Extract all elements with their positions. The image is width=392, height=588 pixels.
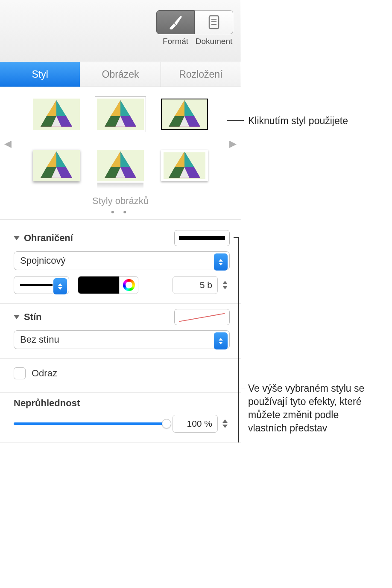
- style-thumb[interactable]: [95, 97, 146, 131]
- border-section: Ohraničení Spojnicový: [0, 220, 241, 304]
- style-thumb[interactable]: [31, 148, 82, 183]
- border-line-type-value: Spojnicový: [20, 255, 65, 266]
- disclosure-triangle-icon: [14, 236, 20, 240]
- stepper-down-icon: [222, 286, 228, 289]
- border-stroke-style-popup[interactable]: [14, 276, 69, 294]
- style-thumb[interactable]: [95, 148, 146, 183]
- shadow-swatch[interactable]: [174, 309, 230, 325]
- inspector-tabs: Styl Obrázek Rozložení: [0, 62, 241, 87]
- gallery-page-dots[interactable]: ● ●: [3, 208, 237, 215]
- border-color-well[interactable]: [78, 276, 138, 294]
- stroke-style-preview: [20, 284, 53, 286]
- format-tab-label: Formát: [156, 37, 195, 46]
- reflection-checkbox[interactable]: [14, 367, 26, 379]
- window-toolbar: Formát Dokument: [0, 0, 241, 62]
- document-tab-label: Dokument: [195, 37, 233, 46]
- callout-apply-style: Kliknutím styl použijete: [248, 114, 385, 128]
- image-styles-gallery: ◀ ▶ Styly obrázků ●: [0, 87, 241, 220]
- color-wheel-icon: [123, 279, 135, 291]
- callout-effects-note: Ve výše vybraném stylu se používají tyto…: [248, 382, 376, 435]
- stepper-up-icon: [222, 281, 228, 284]
- style-thumb[interactable]: [159, 97, 210, 131]
- shadow-type-value: Bez stínu: [20, 334, 59, 345]
- annotation-area: Kliknutím styl použijete Ve výše vybrané…: [241, 0, 392, 435]
- tab-style[interactable]: Styl: [0, 62, 80, 87]
- opacity-input[interactable]: 100 %: [173, 415, 218, 433]
- reflection-label: Odraz: [32, 368, 57, 379]
- color-picker-button[interactable]: [119, 277, 138, 294]
- popup-arrows-icon: [53, 278, 67, 294]
- border-style-swatch[interactable]: [174, 230, 230, 246]
- popup-arrows-icon: [214, 332, 228, 349]
- stepper-up-icon: [222, 419, 228, 423]
- reflection-section: Odraz: [0, 359, 241, 393]
- opacity-stepper[interactable]: [220, 415, 230, 433]
- slider-knob: [162, 419, 171, 428]
- tab-image[interactable]: Obrázek: [80, 62, 161, 87]
- border-width-field: 5 b: [173, 276, 230, 294]
- disclosure-triangle-icon: [14, 315, 20, 319]
- border-title: Ohraničení: [24, 233, 73, 244]
- opacity-slider[interactable]: [14, 419, 167, 428]
- border-line-type-popup[interactable]: Spojnicový: [14, 251, 230, 270]
- opacity-label: Neprůhlednost: [14, 398, 230, 409]
- gallery-prev-button[interactable]: ◀: [4, 138, 12, 149]
- document-icon: [208, 15, 220, 29]
- popup-arrows-icon: [214, 253, 228, 271]
- opacity-field: 100 %: [173, 415, 230, 433]
- gallery-next-button[interactable]: ▶: [229, 138, 237, 149]
- shadow-title: Stín: [24, 311, 42, 323]
- opacity-section: Neprůhlednost 100 %: [0, 393, 241, 442]
- shadow-type-popup[interactable]: Bez stínu: [14, 330, 230, 349]
- border-disclosure[interactable]: Ohraničení: [14, 233, 73, 244]
- format-inspector-panel: Formát Dokument Styl Obrázek Rozložení ◀…: [0, 0, 241, 442]
- paintbrush-icon: [167, 15, 184, 29]
- border-line-preview: [179, 236, 225, 240]
- border-width-stepper[interactable]: [220, 276, 230, 294]
- style-thumb[interactable]: [159, 148, 210, 183]
- shadow-section: Stín Bez stínu: [0, 304, 241, 359]
- color-swatch: [78, 277, 119, 294]
- none-swatch-icon: [179, 312, 225, 322]
- format-tab-button[interactable]: [156, 10, 195, 34]
- inspector-switch: Formát Dokument: [156, 10, 233, 46]
- stepper-down-icon: [222, 425, 228, 428]
- slider-fill: [14, 422, 167, 425]
- document-tab-button[interactable]: [195, 10, 233, 34]
- tab-layout[interactable]: Rozložení: [161, 62, 241, 87]
- shadow-disclosure[interactable]: Stín: [14, 311, 42, 323]
- border-width-input[interactable]: 5 b: [173, 276, 218, 294]
- style-thumb[interactable]: [31, 97, 82, 131]
- gallery-title: Styly obrázků: [3, 195, 237, 207]
